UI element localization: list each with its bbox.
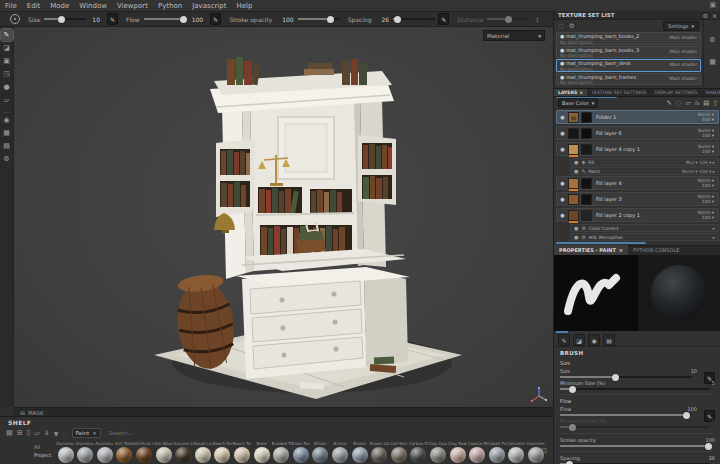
visibility-eye-icon[interactable]: ● <box>559 180 566 186</box>
opacity-value[interactable]: 100 ▾ <box>698 215 714 221</box>
shelf-search-input[interactable]: Search... <box>109 430 133 436</box>
clone-tool[interactable]: ▱ <box>1 94 13 106</box>
material-swatch[interactable]: Beach Toet... <box>232 441 251 463</box>
menu-mode[interactable]: Mode <box>45 2 74 10</box>
shelf-category-project[interactable]: Project <box>34 451 56 459</box>
material-sphere[interactable] <box>312 447 328 463</box>
layer-effect-row[interactable]: ●⚙HSL Perceptive▸ <box>570 233 719 241</box>
layer-mask-thumbnail[interactable] <box>581 128 592 139</box>
material-swatch[interactable]: Aluminiu... <box>76 441 95 463</box>
effect-blend-opacity[interactable]: Mul ▾ 100 ▾ ▸ <box>686 160 715 165</box>
material-swatch[interactable]: Calf Skin <box>389 441 408 463</box>
material-sphere[interactable] <box>352 447 368 463</box>
visibility-eye-icon[interactable]: ● <box>559 130 566 136</box>
material-sphere[interactable] <box>430 447 446 463</box>
size-slider[interactable] <box>44 18 86 20</box>
layer-row[interactable]: ●Fill layer 6Norm ▾100 ▾ <box>556 126 719 140</box>
material-sphere[interactable] <box>156 447 172 463</box>
visibility-eye-icon[interactable]: ● <box>559 146 566 152</box>
material-swatch[interactable]: Basalt Light <box>193 441 212 463</box>
delete-layer-icon[interactable]: ▯ <box>713 99 717 107</box>
layer-content-thumbnail[interactable]: ▤ <box>568 112 579 123</box>
material-sphere[interactable] <box>175 447 191 463</box>
add-fill-layer-icon[interactable]: ▱ <box>686 99 691 107</box>
material-sphere[interactable] <box>489 447 505 463</box>
opacity-value[interactable]: 100 ▾ <box>698 199 714 205</box>
material-sphere[interactable] <box>77 447 93 463</box>
menu-help[interactable]: Help <box>232 2 258 10</box>
distance-slider[interactable] <box>487 18 529 20</box>
material-sphere[interactable] <box>116 447 132 463</box>
shelf-page-icon[interactable]: ▯ <box>27 429 31 437</box>
texture-set-item[interactable]: ● mat_thumping_barn_deskNo descriptionMa… <box>556 59 701 72</box>
material-swatch[interactable]: Bristol <box>330 441 349 463</box>
layer-effect-row[interactable]: ●✎PaintNorm ▾ 100 ▾ ▸ <box>570 167 719 175</box>
visibility-eye-icon[interactable]: ● <box>574 159 578 165</box>
tab-texture-set-settings[interactable]: TEXTURE SET SETTINGS <box>587 89 650 96</box>
menu-viewport[interactable]: Viewport <box>112 2 153 10</box>
plugin-dock-icon[interactable]: ▣ <box>709 1 716 9</box>
material-sphere[interactable] <box>214 447 230 463</box>
effect-blend-opacity[interactable]: ▸ <box>713 226 715 231</box>
material-sphere[interactable] <box>234 447 250 463</box>
layer-content-thumbnail[interactable] <box>568 144 579 155</box>
effect-blend-opacity[interactable]: Norm ▾ 100 ▾ ▸ <box>682 169 715 174</box>
polygon-fill-tool[interactable]: ◳ <box>1 68 13 80</box>
channel-filter-select[interactable]: Base Color ▾ <box>558 98 598 108</box>
layer-row[interactable]: ●▤Folder 1Norm ▾100 ▾ <box>556 110 719 124</box>
material-sphere[interactable] <box>195 447 211 463</box>
projection-tool[interactable]: ▣ <box>1 55 13 67</box>
layer-row[interactable]: ●Fill layer 3Norm ▾100 ▾ <box>556 192 719 206</box>
add-mask-icon[interactable]: ◌ <box>676 99 682 107</box>
settings-dropdown[interactable]: Settings ▾ <box>663 21 699 31</box>
shelf-view-grid-icon[interactable]: ⊡ <box>541 447 547 455</box>
material-swatch[interactable]: Ash Wood <box>154 441 173 463</box>
opacity-value[interactable]: 100 ▾ <box>698 183 714 189</box>
material-sphere[interactable] <box>469 447 485 463</box>
material-sphere[interactable] <box>332 447 348 463</box>
display-settings-dock-icon[interactable]: ⚙ <box>709 36 715 44</box>
layer-content-thumbnail[interactable] <box>568 194 579 205</box>
smudge-tool[interactable]: ● <box>1 81 13 93</box>
quick-mask-tool[interactable]: ▦ <box>1 127 13 139</box>
material-swatch[interactable]: Aluminiu... <box>95 441 114 463</box>
shelf-import-icon[interactable]: ⇓ <box>44 429 50 437</box>
material-swatch[interactable]: Bristol <box>350 441 369 463</box>
add-effect-fx-icon[interactable]: fx <box>695 100 700 106</box>
filter-chip-paint[interactable]: Paint × <box>72 428 101 438</box>
tab-properties-paint[interactable]: PROPERTIES - PAINT× <box>554 245 628 255</box>
min-size-slider[interactable] <box>560 388 710 390</box>
material-swatch[interactable]: Artificial le... <box>134 441 153 463</box>
material-swatch[interactable]: Beach Kno... <box>213 441 232 463</box>
material-swatch[interactable]: Brown Oak <box>370 441 389 463</box>
layer-blend-opacity[interactable]: Norm ▾100 ▾ <box>698 144 714 155</box>
layer-effect-row[interactable]: ●⚙Color Correct▸ <box>570 224 719 232</box>
material-sphere[interactable] <box>97 447 113 463</box>
layer-mask-thumbnail[interactable] <box>581 112 592 123</box>
menu-edit[interactable]: Edit <box>22 2 46 10</box>
brush-preset-icon[interactable]: ✎ <box>558 334 570 346</box>
layer-content-thumbnail[interactable] <box>568 178 579 189</box>
opacity-value[interactable]: 100 ▾ <box>698 133 714 139</box>
shelf-clone-icon[interactable]: ▱ <box>34 429 39 437</box>
tab-layers[interactable]: LAYERS× <box>554 89 587 96</box>
material-swatch[interactable]: Autumn Leaf <box>174 441 193 463</box>
spacing-pressure-toggle[interactable]: ✎ <box>438 13 449 25</box>
shelf-add-icon[interactable]: ⊞ <box>17 429 23 437</box>
flow-pressure-toggle[interactable]: ✎ <box>210 13 221 25</box>
texture-set-item[interactable]: ● mat_thumping_barn_framesNo description… <box>556 73 701 86</box>
layer-row[interactable]: ●Fill layer 4Norm ▾100 ▾ <box>556 176 719 190</box>
material-swatch[interactable]: Coastal Metal <box>468 441 487 463</box>
material-sphere[interactable] <box>58 447 74 463</box>
material-swatch[interactable]: Carbon Fiber <box>409 441 428 463</box>
viewport-3d[interactable]: Material ▾ <box>14 27 553 407</box>
stencil-preset-icon[interactable]: ◉ <box>588 334 600 346</box>
visibility-eye-icon[interactable]: ● <box>559 212 566 218</box>
visibility-eye-icon[interactable]: ● <box>559 114 566 120</box>
texture-set-item[interactable]: ● mat_thumping_barn_books_2No descriptio… <box>556 32 701 45</box>
layer-mask-thumbnail[interactable] <box>581 178 592 189</box>
texture-set-item[interactable]: ● mat_thumping_barn_books_3No descriptio… <box>556 46 701 59</box>
material-swatch[interactable]: Cobalt Pure <box>487 441 506 463</box>
material-sphere[interactable] <box>293 447 309 463</box>
material-preset-icon[interactable]: ▤ <box>603 334 615 346</box>
